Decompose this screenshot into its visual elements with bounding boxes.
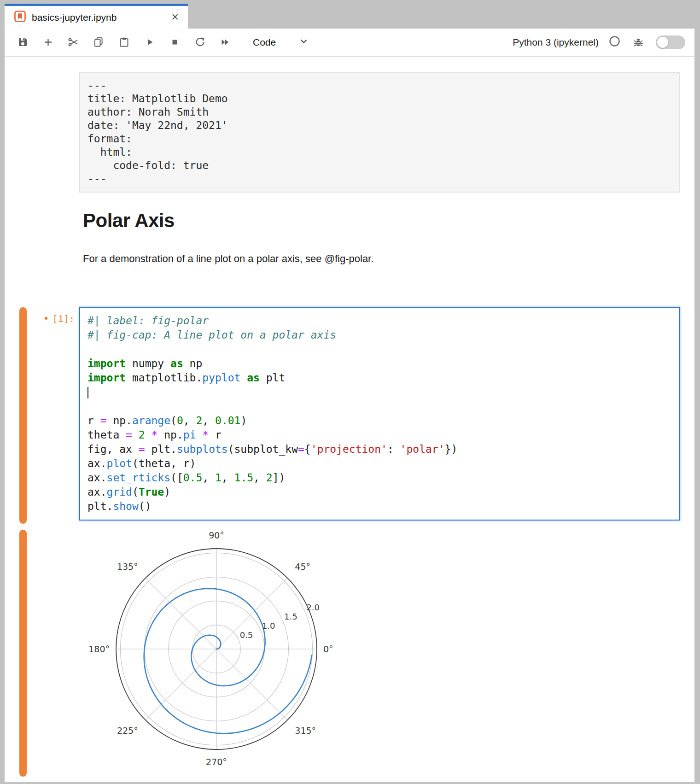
r-tick-label: 1.5: [284, 612, 298, 621]
code-token: as: [247, 372, 260, 384]
code-line: ax.set_rticks([0.5, 1, 1.5, 2]): [88, 471, 672, 485]
code-token: 1: [215, 472, 222, 484]
theta-tick-label: 180°: [88, 644, 110, 654]
code-line: import matplotlib.pyplot as plt: [88, 371, 672, 385]
code-line: plt.show(): [88, 499, 672, 514]
code-line: #| fig-cap: A line plot on a polar axis: [88, 328, 672, 342]
cell-type-value: Code: [253, 37, 276, 48]
execution-count: [1]:: [52, 313, 75, 324]
spiral-line: [144, 589, 312, 734]
code-token: np: [183, 357, 203, 369]
code-token: r: [88, 415, 100, 427]
save-button[interactable]: [15, 35, 30, 50]
code-token: import: [88, 357, 126, 369]
run-cell-button[interactable]: [141, 35, 157, 50]
code-token: 2: [139, 429, 145, 441]
theta-tick-label: 90°: [209, 530, 224, 540]
code-token: ax.: [88, 486, 107, 498]
code-token: [196, 429, 202, 441]
code-token: =: [298, 443, 304, 455]
raw-yaml-cell[interactable]: ---title: Matplotlib Demoauthor: Norah S…: [79, 72, 680, 193]
code-token: numpy: [126, 357, 170, 369]
theta-tick-label: 0°: [323, 644, 333, 654]
code-token: (theta, r): [132, 457, 196, 469]
code-token: ): [164, 486, 170, 498]
raw-cell-line: code-fold: true: [88, 159, 672, 172]
code-line: [88, 385, 672, 399]
code-token: 'polar': [400, 443, 445, 455]
code-token: subplots: [177, 443, 228, 455]
code-token: ,: [183, 415, 196, 427]
notebook-toolbar: Code Python 3 (ipykernel): [5, 29, 694, 57]
code-line: ax.plot(theta, r): [88, 456, 672, 471]
interrupt-kernel-button[interactable]: [167, 35, 182, 50]
code-token: ax.: [88, 457, 107, 469]
code-token: [240, 372, 247, 384]
modified-dot-icon: •: [43, 313, 49, 324]
output-collapse-bar[interactable]: [19, 530, 27, 777]
code-token: 0.5: [183, 472, 203, 484]
tab-title: basics-jupyter.ipynb: [32, 12, 164, 23]
code-token: show: [113, 500, 138, 512]
code-token: (): [139, 500, 152, 512]
code-token: import: [88, 372, 126, 384]
input-collapse-bar[interactable]: [19, 307, 27, 524]
cell-type-select[interactable]: Code: [253, 35, 309, 49]
code-token: grid: [107, 486, 132, 498]
code-token: matplotlib.: [126, 372, 202, 384]
tab-notebook[interactable]: basics-jupyter.ipynb ×: [5, 4, 188, 29]
code-token: 1.5: [234, 472, 254, 484]
code-token: set_rticks: [107, 472, 170, 484]
restart-run-all-button[interactable]: [217, 35, 233, 50]
code-token: ]): [273, 472, 286, 484]
raw-cell-line: title: Matplotlib Demo: [88, 92, 672, 105]
code-line: import numpy as np: [88, 357, 672, 371]
code-line: theta = 2 * np.pi * r: [88, 428, 672, 442]
code-token: plt.: [88, 500, 113, 512]
markdown-heading: Polar Axis: [83, 210, 175, 232]
copy-cells-button[interactable]: [91, 35, 106, 50]
code-token: ,: [202, 415, 215, 427]
raw-cell-line: date: 'May 22nd, 2021': [88, 119, 672, 132]
code-token: #| label: fig-polar: [88, 315, 209, 327]
theta-tick-label: 45°: [295, 562, 310, 572]
code-token: ,: [202, 472, 215, 484]
kernel-name[interactable]: Python 3 (ipykernel): [513, 37, 599, 48]
code-token: =: [126, 429, 132, 441]
cut-cells-button[interactable]: [65, 35, 81, 50]
code-token: 0.01: [215, 415, 240, 427]
code-token: fig, ax: [88, 443, 139, 455]
code-token: plot: [107, 457, 132, 469]
paste-cells-button[interactable]: [116, 35, 132, 50]
insert-cell-button[interactable]: [40, 35, 56, 50]
code-token: }): [445, 443, 458, 455]
code-token: np.: [158, 429, 183, 441]
raw-cell-line: html:: [88, 146, 672, 159]
tab-close-icon[interactable]: ×: [169, 11, 181, 23]
code-token: pi: [183, 429, 196, 441]
code-token: =: [100, 415, 107, 427]
raw-cell-line: ---: [88, 172, 672, 186]
code-line: ax.grid(True): [88, 485, 672, 499]
code-token: ax.: [88, 472, 107, 484]
raw-cell-line: format:: [88, 132, 672, 146]
code-token: ): [240, 415, 247, 427]
r-tick-label: 2.0: [306, 603, 320, 612]
code-token: True: [139, 486, 164, 498]
text-cursor: [88, 387, 88, 398]
code-token: ,: [253, 472, 266, 484]
code-token: *: [152, 429, 158, 441]
code-token: ([: [170, 472, 183, 484]
code-token: pyplot: [202, 372, 240, 384]
code-token: #| fig-cap: A line plot on a polar axis: [88, 329, 336, 341]
code-cell-editor[interactable]: #| label: fig-polar#| fig-cap: A line pl…: [79, 307, 680, 521]
bug-icon[interactable]: [630, 35, 646, 50]
tab-bar: basics-jupyter.ipynb ×: [5, 4, 694, 29]
markdown-paragraph: For a demonstration of a line plot on a …: [83, 253, 373, 265]
raw-cell-line: ---: [88, 79, 672, 92]
code-token: [145, 429, 152, 441]
restart-kernel-button[interactable]: [192, 35, 208, 50]
theta-tick-label: 225°: [117, 725, 138, 736]
simple-mode-toggle[interactable]: [656, 35, 685, 49]
theta-tick-label: 270°: [206, 757, 227, 767]
